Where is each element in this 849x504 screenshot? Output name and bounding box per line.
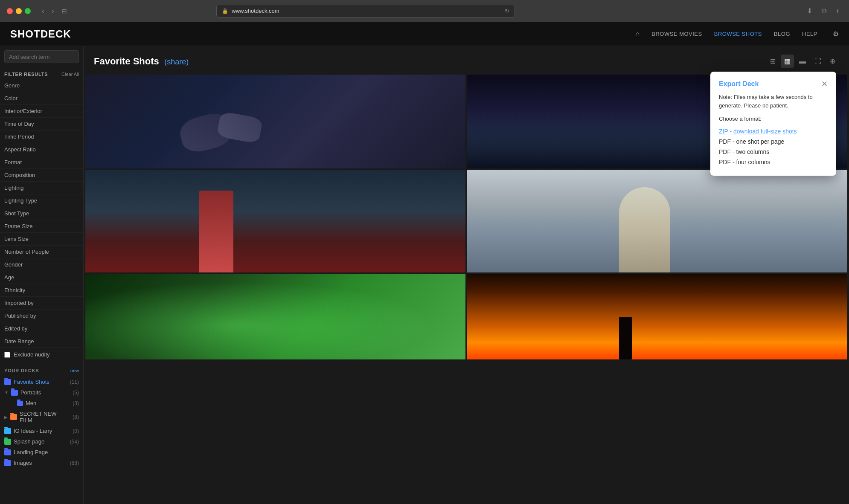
deck-item-landing[interactable]: Landing Page — [0, 447, 83, 458]
export-option-pdf-two[interactable]: PDF - two columns — [719, 147, 828, 157]
download-icon-btn[interactable]: ⬇ — [804, 6, 815, 16]
filter-item-age[interactable]: Age — [0, 271, 83, 284]
exclude-nudity-checkbox[interactable] — [4, 352, 10, 358]
minimize-traffic-light[interactable] — [16, 8, 22, 14]
main-content: Favorite Shots (share) ⊞ ▦ ▬ ⛶ ⊕ — [84, 46, 849, 504]
filter-item-lens-size[interactable]: Lens Size — [0, 233, 83, 246]
export-option-pdf-four[interactable]: PDF - four columns — [719, 157, 828, 167]
content-header: Favorite Shots (share) ⊞ ▦ ▬ ⛶ ⊕ — [84, 46, 849, 75]
fullscreen-view-btn[interactable]: ⛶ — [811, 55, 825, 68]
back-button[interactable]: ‹ — [39, 6, 47, 16]
filter-item-time-of-day[interactable]: Time of Day — [0, 118, 83, 130]
filter-item-lighting-type[interactable]: Lighting Type — [0, 194, 83, 207]
filter-item-date-range[interactable]: Date Range — [0, 335, 83, 348]
modal-choose-format: Choose a format: — [719, 116, 828, 122]
filter-item-time-period[interactable]: Time Period — [0, 130, 83, 143]
filter-item-number-of-people[interactable]: Number of People — [0, 246, 83, 258]
page-title: Favorite Shots — [94, 56, 159, 67]
search-bar[interactable]: 🔍 — [4, 50, 79, 63]
image-green-smoke — [85, 274, 465, 359]
grid-item-3[interactable] — [85, 170, 465, 272]
grid2-view-btn[interactable]: ▦ — [781, 55, 794, 68]
address-bar[interactable]: 🔒 www.shotdeck.com ↻ — [216, 5, 515, 17]
export-option-pdf-one[interactable]: PDF - one shot per page — [719, 136, 828, 147]
new-tab-btn[interactable]: + — [833, 6, 842, 16]
deck-name-images: Images — [14, 460, 67, 466]
filter-item-interior-exterior[interactable]: Interior/Exterior — [0, 105, 83, 118]
deck-name-ig: IG Ideas - Larry — [14, 428, 70, 434]
filter-item-genre[interactable]: Genre — [0, 79, 83, 92]
filter-item-gender[interactable]: Gender — [0, 258, 83, 271]
your-decks-header: YOUR DECKS new — [0, 365, 83, 377]
image-fire-silhouette — [467, 274, 847, 359]
new-deck-badge[interactable]: new — [70, 368, 79, 373]
grid3-view-btn[interactable]: ⊞ — [767, 55, 779, 68]
your-decks-title: YOUR DECKS — [4, 368, 39, 373]
deck-count-portraits: (5) — [73, 390, 79, 396]
close-traffic-light[interactable] — [7, 8, 13, 14]
sidebar: 🔍 FILTER RESULTS Clear All Genre Color I… — [0, 46, 84, 504]
single-view-btn[interactable]: ▬ — [796, 55, 809, 68]
help-link[interactable]: HELP — [802, 31, 817, 37]
filter-item-ethnicity[interactable]: Ethnicity — [0, 284, 83, 297]
deck-name-portraits: Portraits — [20, 389, 70, 396]
grid-item-1[interactable] — [85, 75, 465, 168]
filter-item-shot-type[interactable]: Shot Type — [0, 207, 83, 220]
deck-folder-icon-splash — [4, 439, 11, 445]
url-text: www.shotdeck.com — [232, 8, 279, 14]
export-deck-btn[interactable]: ⊕ — [826, 55, 839, 68]
modal-note: Note: Files may take a few seconds to ge… — [719, 93, 828, 110]
deck-item-ig-ideas[interactable]: IG Ideas - Larry (0) — [0, 426, 83, 436]
export-modal: Export Deck ✕ Note: Files may take a few… — [710, 72, 836, 176]
deck-count-splash: (54) — [70, 439, 79, 445]
deck-count-ig: (0) — [73, 428, 79, 434]
deck-folder-icon-ig — [4, 428, 11, 434]
export-option-zip[interactable]: ZIP - download full-size shots — [719, 126, 828, 136]
reload-button[interactable]: ↻ — [505, 8, 509, 14]
filter-item-aspect-ratio[interactable]: Aspect Ratio — [0, 143, 83, 156]
share-link[interactable]: (share) — [164, 58, 189, 66]
exclude-nudity-row[interactable]: Exclude nudity — [0, 348, 83, 361]
filter-item-lighting[interactable]: Lighting — [0, 182, 83, 194]
browse-shots-link[interactable]: BROWSE SHOTS — [714, 31, 762, 37]
deck-item-favorite-shots[interactable]: Favorite Shots (11) — [0, 377, 83, 387]
browse-movies-link[interactable]: BROWSE MOVIES — [651, 31, 702, 37]
grid-item-6[interactable] — [467, 274, 847, 359]
tab-icon-btn[interactable]: ⧉ — [819, 6, 829, 16]
deck-count-men: (3) — [73, 400, 79, 406]
sidebar-toggle-button[interactable]: ⊟ — [59, 7, 70, 15]
filter-header: FILTER RESULTS Clear All — [0, 68, 83, 79]
forward-button[interactable]: › — [49, 6, 56, 16]
fullscreen-traffic-light[interactable] — [25, 8, 31, 14]
logo[interactable]: SHOTDECK — [10, 28, 71, 40]
blog-link[interactable]: BLOG — [774, 31, 790, 37]
clear-all-link[interactable]: Clear All — [61, 72, 79, 77]
deck-item-men[interactable]: Men (3) — [0, 398, 83, 408]
filter-item-format[interactable]: Format — [0, 156, 83, 169]
filter-item-frame-size[interactable]: Frame Size — [0, 220, 83, 233]
browser-right-controls: ⬇ ⧉ + — [804, 6, 842, 16]
filter-item-edited-by[interactable]: Edited by — [0, 322, 83, 335]
grid-item-5[interactable] — [85, 274, 465, 359]
image-man-phone — [467, 170, 847, 272]
settings-icon[interactable]: ⚙ — [833, 30, 839, 38]
modal-close-button[interactable]: ✕ — [821, 80, 828, 88]
filter-item-color[interactable]: Color — [0, 92, 83, 105]
filter-item-published-by[interactable]: Published by — [0, 310, 83, 322]
grid-item-4[interactable] — [467, 170, 847, 272]
filter-item-imported-by[interactable]: Imported by — [0, 297, 83, 310]
lock-icon: 🔒 — [222, 8, 228, 14]
deck-item-portraits[interactable]: ▼ Portraits (5) — [0, 387, 83, 398]
deck-folder-icon — [4, 379, 11, 385]
deck-name-men: Men — [26, 400, 70, 406]
modal-title: Export Deck — [719, 80, 759, 88]
home-icon[interactable]: ⌂ — [636, 30, 640, 38]
search-input[interactable] — [9, 54, 81, 60]
main-layout: 🔍 FILTER RESULTS Clear All Genre Color I… — [0, 46, 849, 504]
deck-item-images[interactable]: Images (88) — [0, 458, 83, 468]
deck-count-favorite-shots: (11) — [70, 379, 79, 385]
deck-item-splash[interactable]: Splash page (54) — [0, 436, 83, 447]
deck-item-secret-new-film[interactable]: ▶ SECRET NEW FILM (8) — [0, 408, 83, 426]
filter-item-composition[interactable]: Composition — [0, 169, 83, 182]
deck-name-splash: Splash page — [14, 438, 67, 445]
